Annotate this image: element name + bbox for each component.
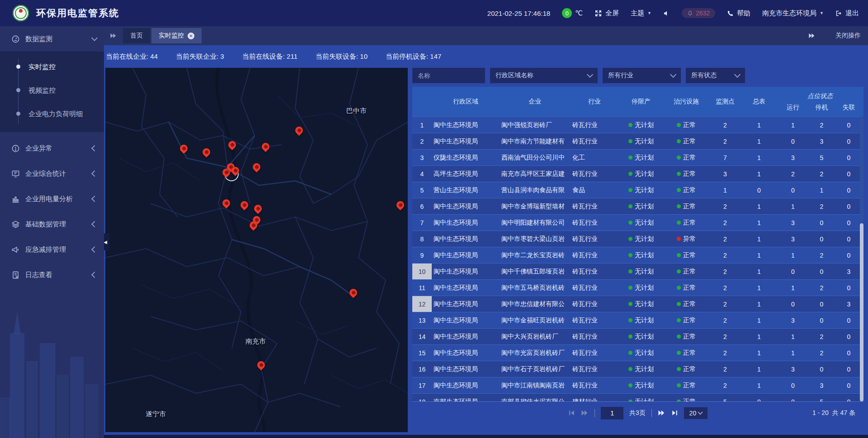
sidebar-item-realtime-monitor[interactable]: 实时监控 xyxy=(0,55,104,79)
status-dot-label: 无计划 xyxy=(635,251,654,259)
cell-industry: 砖瓦行业 xyxy=(571,170,618,178)
table-row[interactable]: 17阆中生态环境局阆中市江南镇阆南页岩砖瓦行业无计划正常21030 xyxy=(412,377,863,393)
status-dot-label: 无计划 xyxy=(635,398,654,402)
cell-meter: 0 xyxy=(741,398,777,402)
cell-facility-status: 正常 xyxy=(664,170,709,178)
sidebar-item-power-load-detail[interactable]: 企业电力负荷明细 xyxy=(0,102,104,126)
tabs-scroll-left-button[interactable] xyxy=(104,26,123,45)
table-row[interactable]: 9阆中生态环境局阆中市二龙长宝页岩砖砖瓦行业无计划正常21120 xyxy=(412,247,863,263)
table-row[interactable]: 10阆中生态环境局阆中千佛镇五郎垭页岩砖瓦行业无计划正常21003 xyxy=(412,263,863,279)
name-filter-input[interactable] xyxy=(412,68,485,83)
table-row[interactable]: 3仪陇生态环境局西南油气田分公司川中化工无计划正常71350 xyxy=(412,149,863,165)
table-row[interactable]: 8阆中生态环境局阆中市枣碧大梁山页岩砖瓦行业无计划异常21300 xyxy=(412,231,863,247)
cell-meter: 1 xyxy=(741,203,777,210)
tab-realtime-monitor[interactable]: 实时监控 ✕ xyxy=(151,28,202,43)
status-dot-icon xyxy=(677,318,681,322)
cell-index: 15 xyxy=(412,345,432,361)
close-tab-icon[interactable]: ✕ xyxy=(188,33,194,39)
submenu-dot-icon xyxy=(16,88,20,92)
table-row[interactable]: 13阆中生态环境局阆中市金福旺页岩机砖砖瓦行业无计划正常21300 xyxy=(412,312,863,328)
cell-index: 12 xyxy=(412,296,432,312)
cell-limit-status: 无计划 xyxy=(618,268,664,276)
filter-bar: 行政区域名称 所有行业 所有状态 xyxy=(412,68,745,83)
sidebar-item-video-monitor[interactable]: 视频监控 xyxy=(0,79,104,102)
cell-limit-status: 无计划 xyxy=(618,365,664,373)
table-row[interactable]: 18南部生态环境局南部县砌佳水泥有限公建材行业无计划正常50050 xyxy=(412,393,863,401)
chevron-left-icon xyxy=(91,246,98,253)
cell-region: 阆中生态环境局 xyxy=(432,219,500,227)
table-row[interactable]: 2阆中生态环境局阆中市南方节能建材有砖瓦行业无计划正常21030 xyxy=(412,133,863,149)
cell-company: 阆中强锐页岩砖厂 xyxy=(500,121,571,129)
tabs-scroll-right-button[interactable] xyxy=(808,33,816,39)
cell-stop: 0 xyxy=(809,235,834,243)
sidebar-item-enterprise-abnormal[interactable]: 企业异常 xyxy=(0,136,104,161)
fullscreen-button[interactable]: 全屏 xyxy=(594,9,619,18)
table-row[interactable]: 5营山生态环境局营山县润丰肉食品有限食品无计划正常10010 xyxy=(412,182,863,198)
table-row[interactable]: 15阆中生态环境局阆中市光富页岩机砖厂砖瓦行业无计划正常21120 xyxy=(412,344,863,361)
col-facility: 治污设施 xyxy=(664,87,709,117)
table-row[interactable]: 11阆中生态环境局阆中市五马桥页岩机砖砖瓦行业无计划正常21120 xyxy=(412,279,863,296)
theme-dropdown[interactable]: 主题 ▼ xyxy=(631,9,651,18)
table-row[interactable]: 12阆中生态环境局阆中市忠信建材有限公砖瓦行业无计划正常21003 xyxy=(412,296,863,312)
org-dropdown[interactable]: 南充市生态环境局 ▼ xyxy=(762,9,824,18)
close-operations-button[interactable]: 关闭操作 xyxy=(835,32,861,40)
cell-region: 阆中生态环境局 xyxy=(432,235,500,243)
temperature-badge: 0 xyxy=(562,8,572,18)
status-dot-label: 无计划 xyxy=(635,154,654,162)
cell-lost: 0 xyxy=(834,317,863,324)
table-row[interactable]: 6阆中生态环境局阆中市金博瑞新型墙材砖瓦行业无计划正常21120 xyxy=(412,198,863,214)
table-scrollbar-thumb[interactable] xyxy=(860,223,863,401)
status-dot-label: 正常 xyxy=(683,251,696,259)
sidebar-item-enterprise-statistics[interactable]: 企业综合统计 xyxy=(0,161,104,186)
table-row[interactable]: 14阆中生态环境局阆中大兴页岩机砖厂砖瓦行业无计划正常21120 xyxy=(412,328,863,344)
cell-index: 4 xyxy=(412,166,432,182)
page-size-select[interactable]: 20 xyxy=(684,407,708,419)
table-row[interactable]: 7阆中生态环境局阆中明阳建材有限公司砖瓦行业无计划正常21300 xyxy=(412,214,863,231)
cell-index: 6 xyxy=(412,198,432,214)
table-row[interactable]: 16阆中生态环境局阆中市石子页岩机砖厂砖瓦行业无计划正常21300 xyxy=(412,361,863,377)
table-scrollbar-track[interactable] xyxy=(860,117,863,401)
cell-region: 阆中生态环境局 xyxy=(432,251,500,259)
last-page-button[interactable] xyxy=(671,410,678,416)
speaker-icon[interactable] xyxy=(663,10,670,17)
cell-lost: 0 xyxy=(834,398,863,402)
notification-badge[interactable]: 2632 xyxy=(682,8,715,18)
logout-button[interactable]: 退出 xyxy=(835,9,859,18)
cell-stop: 2 xyxy=(809,122,834,129)
status-dot-icon xyxy=(677,204,681,208)
logout-icon xyxy=(835,10,842,17)
map-canvas[interactable]: 巴中市南充市遂宁市 xyxy=(105,68,408,432)
cell-limit-status: 无计划 xyxy=(618,251,664,259)
chevron-left-icon xyxy=(91,272,98,278)
sidebar-item-data-monitor[interactable]: 数据监测 xyxy=(0,26,104,52)
cell-index: 9 xyxy=(412,247,432,263)
sidebar-item-log-view[interactable]: 日志查看 xyxy=(0,262,104,287)
cell-limit-status: 无计划 xyxy=(618,154,664,162)
table-row[interactable]: 4高坪生态环境局南充市高坪区王家店建砖瓦行业无计划正常31220 xyxy=(412,165,863,182)
sidebar-item-power-analysis[interactable]: 企业用电量分析 xyxy=(0,186,104,212)
region-filter-select[interactable]: 行政区域名称 xyxy=(490,68,598,83)
prev-page-button[interactable] xyxy=(581,410,589,416)
page-number-input[interactable] xyxy=(601,407,623,419)
cell-stop: 0 xyxy=(809,301,834,308)
first-page-button[interactable] xyxy=(568,410,575,416)
cell-facility-status: 正常 xyxy=(664,219,709,227)
status-dot-label: 无计划 xyxy=(635,349,654,357)
next-page-button[interactable] xyxy=(658,410,665,416)
industry-filter-select[interactable]: 所有行业 xyxy=(603,68,681,83)
table-row[interactable]: 1阆中生态环境局阆中强锐页岩砖厂砖瓦行业无计划正常21120 xyxy=(412,117,863,133)
sidebar-item-base-data[interactable]: 基础数据管理 xyxy=(0,212,104,237)
status-dot-label: 正常 xyxy=(683,137,696,146)
cell-lost: 0 xyxy=(834,203,863,210)
status-filter-select[interactable]: 所有状态 xyxy=(686,68,745,83)
map-city-label: 巴中市 xyxy=(346,107,367,115)
help-button[interactable]: 帮助 xyxy=(727,9,750,18)
col-limit: 停限产 xyxy=(618,87,664,117)
cell-points: 5 xyxy=(709,398,741,402)
cell-run: 1 xyxy=(777,203,809,210)
cell-points: 2 xyxy=(709,268,741,275)
sidebar-item-emergency-reduction[interactable]: 应急减排管理 xyxy=(0,237,104,262)
cell-limit-status: 无计划 xyxy=(618,186,664,194)
status-dot-icon xyxy=(628,237,632,241)
tab-home[interactable]: 首页 xyxy=(123,28,150,43)
